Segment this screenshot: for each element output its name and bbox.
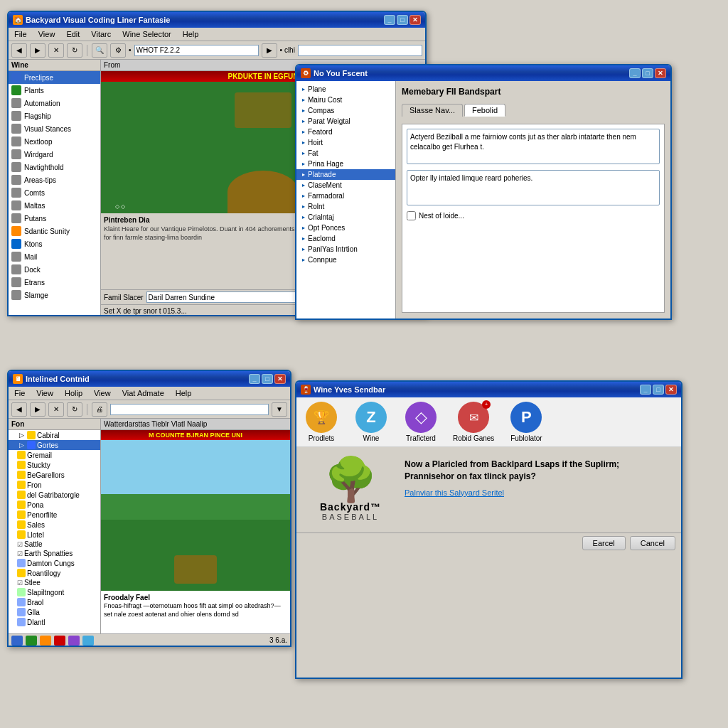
minimize-button[interactable]: _: [384, 15, 395, 25]
br-minimize-button[interactable]: _: [640, 385, 651, 395]
bl-forward-button[interactable]: ▶: [30, 402, 46, 417]
sidebar-item-putans[interactable]: Putans: [9, 212, 100, 225]
bl-print-button[interactable]: 🖨: [92, 402, 107, 417]
tree-item-stlee[interactable]: ☑ Stlee: [9, 578, 100, 587]
maximize-button[interactable]: □: [397, 15, 408, 25]
wine-icon-robid[interactable]: ✉ + Robid Ganes: [453, 402, 494, 442]
earcel-button[interactable]: Earcel: [582, 536, 626, 550]
menu-view[interactable]: View: [36, 29, 58, 39]
bl-refresh-button[interactable]: ↻: [67, 402, 82, 417]
sidebar-item-sdantic[interactable]: Sdantic Sunity: [9, 225, 100, 237]
tree-item-fron[interactable]: Fron: [9, 480, 100, 490]
tree-item-begarellors[interactable]: BeGarellors: [9, 470, 100, 480]
tree-item-dlantl[interactable]: Dlantl: [9, 617, 100, 627]
sidebar-item-etrans[interactable]: Etrans: [9, 276, 100, 289]
search-button[interactable]: 🔍: [92, 43, 107, 58]
left-item-rolnt[interactable]: Rolnt: [296, 201, 395, 212]
refresh-button[interactable]: ↻: [67, 43, 82, 58]
left-item-compas[interactable]: Compas: [296, 105, 395, 116]
sidebar-item-slamge[interactable]: Slamge: [9, 289, 100, 301]
sidebar-item-ktons[interactable]: Ktons: [9, 237, 100, 250]
bl-stop-button[interactable]: ✕: [48, 402, 64, 417]
tree-item-damton[interactable]: Damton Cungs: [9, 558, 100, 568]
menu-help[interactable]: Help: [180, 29, 202, 39]
sidebar-item-preclipse[interactable]: Preclipse: [9, 71, 100, 84]
bl-menu-view[interactable]: View: [33, 388, 56, 398]
bl-tb-icon4[interactable]: [54, 636, 65, 646]
wine-link[interactable]: Palnviar this Salyyard Seritel: [405, 488, 670, 497]
wine-icon-fublolator[interactable]: P Fublolator: [508, 402, 544, 442]
tab-slasse[interactable]: Slasse Nav...: [402, 104, 463, 117]
left-item-hoirt[interactable]: Hoirt: [296, 137, 395, 148]
settings-button[interactable]: ⚙: [110, 43, 126, 58]
bl-back-button[interactable]: ◀: [11, 402, 27, 417]
tree-item-stuckty[interactable]: Stuckty: [9, 460, 100, 470]
bl-tb-icon5[interactable]: [68, 636, 80, 646]
bl-maximize-button[interactable]: □: [262, 374, 273, 384]
tree-item-llotel[interactable]: Llotel: [9, 530, 100, 540]
bl-zoom-button[interactable]: ▼: [272, 402, 287, 417]
tree-item-earth[interactable]: ☑ Earth Spnatties: [9, 549, 100, 558]
dialog-maximize-button[interactable]: □: [642, 68, 653, 78]
tree-item-sales[interactable]: Sales: [9, 520, 100, 530]
sidebar-item-plants[interactable]: Plants: [9, 84, 100, 97]
tree-item-glla[interactable]: Glla: [9, 607, 100, 617]
br-maximize-button[interactable]: □: [653, 385, 664, 395]
checkbox-input[interactable]: [407, 211, 416, 220]
stop-button[interactable]: ✕: [48, 43, 64, 58]
sidebar-item-mail[interactable]: Mail: [9, 250, 100, 263]
bl-tb-icon2[interactable]: [26, 636, 37, 646]
close-button[interactable]: ✕: [410, 15, 421, 25]
left-item-optponces[interactable]: Opt Ponces: [296, 223, 395, 233]
dialog-minimize-button[interactable]: _: [629, 68, 641, 78]
left-item-prinhage[interactable]: Prina Hage: [296, 159, 395, 169]
tab-febolid[interactable]: Febolid: [464, 104, 505, 117]
tree-item-sattle[interactable]: ☑ Sattle: [9, 540, 100, 549]
left-item-fat[interactable]: Fat: [296, 148, 395, 159]
wine-icon-wine[interactable]: Z Wine: [353, 402, 389, 442]
br-cancel-button[interactable]: Cancel: [630, 536, 675, 550]
sidebar-item-maltas[interactable]: Maltas: [9, 199, 100, 212]
sidebar-item-areastips[interactable]: Areas-tips: [9, 173, 100, 186]
bl-menu-holip[interactable]: Holip: [62, 388, 85, 398]
tree-item-cabiral[interactable]: ▷ Cabiral: [9, 430, 100, 440]
bl-close-button[interactable]: ✕: [274, 374, 286, 384]
bl-menu-help[interactable]: Help: [173, 388, 195, 398]
sidebar-item-navtighthold[interactable]: Navtighthold: [9, 161, 100, 173]
left-item-connpue[interactable]: Connpue: [296, 255, 395, 265]
bl-menu-view2[interactable]: View: [91, 388, 114, 398]
left-item-farmadoral[interactable]: Farmadoral: [296, 191, 395, 201]
search-input[interactable]: [298, 45, 422, 56]
menu-file[interactable]: File: [11, 29, 30, 39]
sidebar-item-nextloop[interactable]: Nextloop: [9, 135, 100, 148]
left-item-platnade[interactable]: Platnade: [296, 169, 395, 180]
sidebar-item-flagship[interactable]: Flagship: [9, 109, 100, 122]
menu-wine-selector[interactable]: Wine Selector: [119, 29, 173, 39]
tree-item-pona[interactable]: Pona: [9, 500, 100, 510]
sidebar-item-wirdgard[interactable]: Wirdgard: [9, 148, 100, 161]
sidebar-item-dock[interactable]: Dock: [9, 263, 100, 276]
tree-item-gortes[interactable]: ▷ Gortes: [9, 440, 100, 450]
menu-vitarc[interactable]: Vitarc: [88, 29, 114, 39]
tree-item-slapiltngont[interactable]: Slapiltngont: [9, 587, 100, 597]
bl-tb-icon6[interactable]: [82, 636, 94, 646]
forward-button[interactable]: ▶: [30, 43, 46, 58]
tree-item-braol[interactable]: Braol: [9, 597, 100, 607]
left-item-clasement[interactable]: ClaseMent: [296, 180, 395, 191]
wine-icon-traficterd[interactable]: ◇ Traficterd: [403, 402, 439, 442]
bl-menu-viat[interactable]: Viat Admate: [119, 388, 167, 398]
back-button[interactable]: ◀: [11, 43, 27, 58]
go-button[interactable]: ▶: [262, 43, 277, 58]
left-item-eaclomd[interactable]: Eaclomd: [296, 233, 395, 244]
bl-zoom-input[interactable]: 1:260: [110, 404, 269, 415]
bl-tb-icon3[interactable]: [40, 636, 51, 646]
menu-edit[interactable]: Edit: [63, 29, 82, 39]
left-item-parat[interactable]: Parat Weigtal: [296, 116, 395, 127]
bl-tb-icon1[interactable]: [11, 636, 23, 646]
left-item-featord[interactable]: Featord: [296, 127, 395, 137]
bl-minimize-button[interactable]: _: [249, 374, 260, 384]
sidebar-item-visualstances[interactable]: Visual Stances: [9, 122, 100, 135]
bl-menu-fie[interactable]: Fie: [11, 388, 28, 398]
wine-icon-prodlets[interactable]: 🏆 Prodlets: [304, 402, 339, 442]
sidebar-item-comts[interactable]: Comts: [9, 186, 100, 199]
